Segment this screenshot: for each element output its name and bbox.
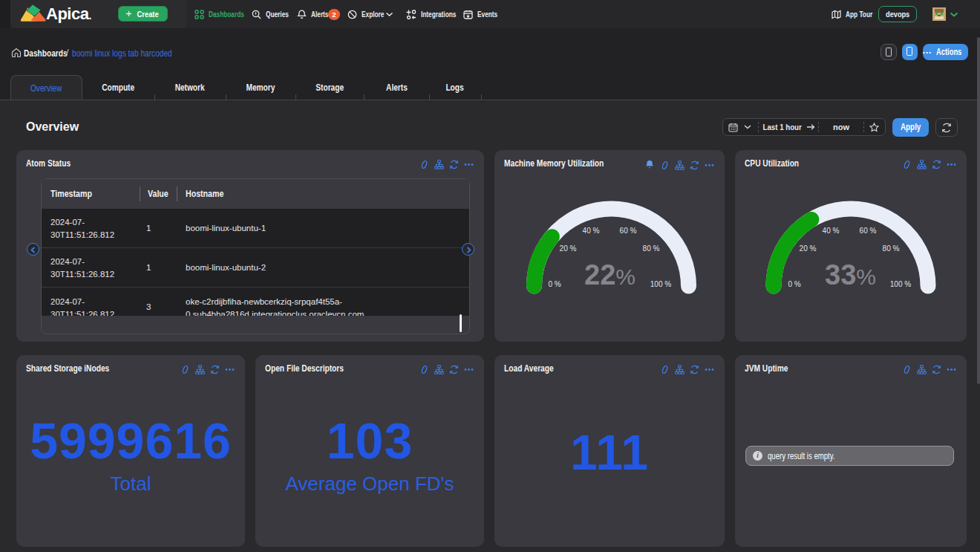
svg-text:80 %: 80 % (643, 244, 660, 253)
svg-text:0 %: 0 % (548, 280, 561, 288)
svg-text:33%: 33% (825, 259, 876, 290)
svg-text:100 %: 100 % (650, 280, 671, 288)
svg-text:60 %: 60 % (860, 227, 877, 235)
svg-text:60 %: 60 % (620, 227, 637, 235)
svg-text:40 %: 40 % (823, 227, 840, 235)
svg-text:100 %: 100 % (890, 280, 911, 288)
svg-text:0 %: 0 % (788, 280, 800, 288)
svg-text:40 %: 40 % (583, 227, 600, 235)
svg-text:22%: 22% (584, 259, 636, 290)
svg-text:80 %: 80 % (883, 244, 900, 253)
svg-text:20 %: 20 % (560, 244, 577, 253)
svg-text:20 %: 20 % (800, 244, 817, 253)
